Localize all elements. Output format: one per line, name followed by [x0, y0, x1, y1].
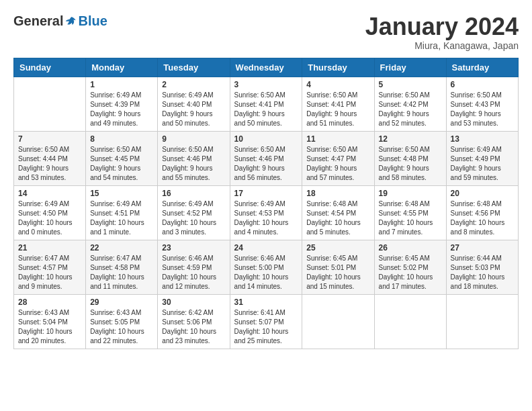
- calendar-cell: 28Sunrise: 6:43 AM Sunset: 5:04 PM Dayli…: [14, 294, 86, 349]
- weekday-header-sunday: Sunday: [14, 58, 86, 77]
- day-info: Sunrise: 6:47 AM Sunset: 4:57 PM Dayligh…: [18, 254, 81, 291]
- day-number: 7: [18, 134, 81, 144]
- logo: General Blue: [13, 13, 107, 29]
- calendar-cell: [302, 294, 374, 349]
- day-info: Sunrise: 6:46 AM Sunset: 5:00 PM Dayligh…: [234, 254, 298, 291]
- day-number: 10: [234, 134, 298, 144]
- calendar-cell: 4Sunrise: 6:50 AM Sunset: 4:41 PM Daylig…: [302, 77, 374, 131]
- day-info: Sunrise: 6:50 AM Sunset: 4:42 PM Dayligh…: [379, 91, 442, 128]
- calendar-cell: 10Sunrise: 6:50 AM Sunset: 4:46 PM Dayli…: [230, 131, 302, 185]
- day-info: Sunrise: 6:50 AM Sunset: 4:48 PM Dayligh…: [379, 145, 442, 183]
- calendar-cell: 15Sunrise: 6:49 AM Sunset: 4:51 PM Dayli…: [86, 185, 158, 240]
- day-number: 28: [18, 298, 81, 307]
- day-number: 14: [18, 189, 81, 198]
- page-header: General Blue January 2024 Miura, Kanagaw…: [13, 13, 519, 51]
- day-number: 27: [451, 243, 514, 253]
- calendar-cell: 23Sunrise: 6:46 AM Sunset: 4:59 PM Dayli…: [158, 240, 230, 294]
- day-info: Sunrise: 6:49 AM Sunset: 4:51 PM Dayligh…: [90, 199, 153, 237]
- day-number: 19: [379, 189, 442, 198]
- day-info: Sunrise: 6:48 AM Sunset: 4:56 PM Dayligh…: [451, 199, 514, 237]
- day-info: Sunrise: 6:49 AM Sunset: 4:53 PM Dayligh…: [234, 199, 298, 237]
- weekday-header-monday: Monday: [86, 58, 158, 77]
- day-info: Sunrise: 6:49 AM Sunset: 4:39 PM Dayligh…: [90, 91, 153, 128]
- month-title: January 2024: [365, 13, 519, 40]
- calendar-cell: 25Sunrise: 6:45 AM Sunset: 5:01 PM Dayli…: [302, 240, 374, 294]
- day-info: Sunrise: 6:50 AM Sunset: 4:44 PM Dayligh…: [18, 145, 81, 183]
- calendar-cell: [14, 77, 86, 131]
- calendar-cell: 3Sunrise: 6:50 AM Sunset: 4:41 PM Daylig…: [230, 77, 302, 131]
- calendar-week-row: 7Sunrise: 6:50 AM Sunset: 4:44 PM Daylig…: [14, 131, 519, 185]
- calendar-cell: 24Sunrise: 6:46 AM Sunset: 5:00 PM Dayli…: [230, 240, 302, 294]
- day-info: Sunrise: 6:50 AM Sunset: 4:45 PM Dayligh…: [90, 145, 153, 183]
- calendar-cell: 13Sunrise: 6:49 AM Sunset: 4:49 PM Dayli…: [446, 131, 518, 185]
- day-info: Sunrise: 6:44 AM Sunset: 5:03 PM Dayligh…: [451, 254, 514, 291]
- calendar-cell: 31Sunrise: 6:41 AM Sunset: 5:07 PM Dayli…: [230, 294, 302, 349]
- day-info: Sunrise: 6:42 AM Sunset: 5:06 PM Dayligh…: [162, 308, 225, 346]
- calendar-cell: 8Sunrise: 6:50 AM Sunset: 4:45 PM Daylig…: [86, 131, 158, 185]
- calendar-cell: 5Sunrise: 6:50 AM Sunset: 4:42 PM Daylig…: [374, 77, 446, 131]
- day-info: Sunrise: 6:50 AM Sunset: 4:46 PM Dayligh…: [162, 145, 225, 183]
- day-info: Sunrise: 6:49 AM Sunset: 4:50 PM Dayligh…: [18, 199, 81, 237]
- day-info: Sunrise: 6:48 AM Sunset: 4:54 PM Dayligh…: [306, 199, 369, 237]
- calendar-cell: 27Sunrise: 6:44 AM Sunset: 5:03 PM Dayli…: [446, 240, 518, 294]
- calendar-cell: 9Sunrise: 6:50 AM Sunset: 4:46 PM Daylig…: [158, 131, 230, 185]
- day-number: 26: [379, 243, 442, 253]
- day-info: Sunrise: 6:41 AM Sunset: 5:07 PM Dayligh…: [234, 308, 298, 346]
- day-info: Sunrise: 6:46 AM Sunset: 4:59 PM Dayligh…: [162, 254, 225, 291]
- day-number: 12: [379, 134, 442, 144]
- day-info: Sunrise: 6:50 AM Sunset: 4:47 PM Dayligh…: [306, 145, 369, 183]
- calendar-week-row: 1Sunrise: 6:49 AM Sunset: 4:39 PM Daylig…: [14, 77, 519, 131]
- title-block: January 2024 Miura, Kanagawa, Japan: [365, 13, 519, 51]
- day-number: 3: [234, 80, 298, 89]
- day-number: 18: [306, 189, 369, 198]
- calendar-cell: 21Sunrise: 6:47 AM Sunset: 4:57 PM Dayli…: [14, 240, 86, 294]
- day-number: 25: [306, 243, 369, 253]
- calendar-cell: 17Sunrise: 6:49 AM Sunset: 4:53 PM Dayli…: [230, 185, 302, 240]
- day-number: 11: [306, 134, 369, 144]
- calendar-cell: [374, 294, 446, 349]
- calendar-cell: [446, 294, 518, 349]
- day-info: Sunrise: 6:43 AM Sunset: 5:05 PM Dayligh…: [90, 308, 153, 346]
- calendar-cell: 20Sunrise: 6:48 AM Sunset: 4:56 PM Dayli…: [446, 185, 518, 240]
- calendar-cell: 14Sunrise: 6:49 AM Sunset: 4:50 PM Dayli…: [14, 185, 86, 240]
- day-info: Sunrise: 6:45 AM Sunset: 5:02 PM Dayligh…: [379, 254, 442, 291]
- day-number: 30: [162, 298, 225, 307]
- day-number: 2: [162, 80, 225, 89]
- calendar-cell: 26Sunrise: 6:45 AM Sunset: 5:02 PM Dayli…: [374, 240, 446, 294]
- calendar-cell: 30Sunrise: 6:42 AM Sunset: 5:06 PM Dayli…: [158, 294, 230, 349]
- day-number: 1: [90, 80, 153, 89]
- day-info: Sunrise: 6:50 AM Sunset: 4:41 PM Dayligh…: [234, 91, 298, 128]
- calendar-cell: 2Sunrise: 6:49 AM Sunset: 4:40 PM Daylig…: [158, 77, 230, 131]
- weekday-header-tuesday: Tuesday: [158, 58, 230, 77]
- day-number: 20: [451, 189, 514, 198]
- day-number: 5: [379, 80, 442, 89]
- calendar-cell: 1Sunrise: 6:49 AM Sunset: 4:39 PM Daylig…: [86, 77, 158, 131]
- day-info: Sunrise: 6:47 AM Sunset: 4:58 PM Dayligh…: [90, 254, 153, 291]
- location-subtitle: Miura, Kanagawa, Japan: [365, 40, 519, 51]
- day-number: 13: [451, 134, 514, 144]
- day-number: 15: [90, 189, 153, 198]
- calendar-cell: 22Sunrise: 6:47 AM Sunset: 4:58 PM Dayli…: [86, 240, 158, 294]
- calendar-cell: 12Sunrise: 6:50 AM Sunset: 4:48 PM Dayli…: [374, 131, 446, 185]
- day-info: Sunrise: 6:43 AM Sunset: 5:04 PM Dayligh…: [18, 308, 81, 346]
- calendar-cell: 29Sunrise: 6:43 AM Sunset: 5:05 PM Dayli…: [86, 294, 158, 349]
- weekday-header-friday: Friday: [374, 58, 446, 77]
- logo-bird-icon: [64, 15, 78, 28]
- day-info: Sunrise: 6:48 AM Sunset: 4:55 PM Dayligh…: [379, 199, 442, 237]
- day-number: 21: [18, 243, 81, 253]
- day-info: Sunrise: 6:50 AM Sunset: 4:46 PM Dayligh…: [234, 145, 298, 183]
- day-number: 9: [162, 134, 225, 144]
- day-number: 29: [90, 298, 153, 307]
- weekday-header-thursday: Thursday: [302, 58, 374, 77]
- calendar-header-row: SundayMondayTuesdayWednesdayThursdayFrid…: [14, 58, 519, 77]
- logo-blue-text: Blue: [78, 13, 107, 29]
- weekday-header-wednesday: Wednesday: [230, 58, 302, 77]
- calendar-week-row: 21Sunrise: 6:47 AM Sunset: 4:57 PM Dayli…: [14, 240, 519, 294]
- calendar-cell: 18Sunrise: 6:48 AM Sunset: 4:54 PM Dayli…: [302, 185, 374, 240]
- calendar-cell: 6Sunrise: 6:50 AM Sunset: 4:43 PM Daylig…: [446, 77, 518, 131]
- day-number: 23: [162, 243, 225, 253]
- day-info: Sunrise: 6:49 AM Sunset: 4:52 PM Dayligh…: [162, 199, 225, 237]
- day-number: 24: [234, 243, 298, 253]
- calendar-cell: 16Sunrise: 6:49 AM Sunset: 4:52 PM Dayli…: [158, 185, 230, 240]
- calendar-cell: 7Sunrise: 6:50 AM Sunset: 4:44 PM Daylig…: [14, 131, 86, 185]
